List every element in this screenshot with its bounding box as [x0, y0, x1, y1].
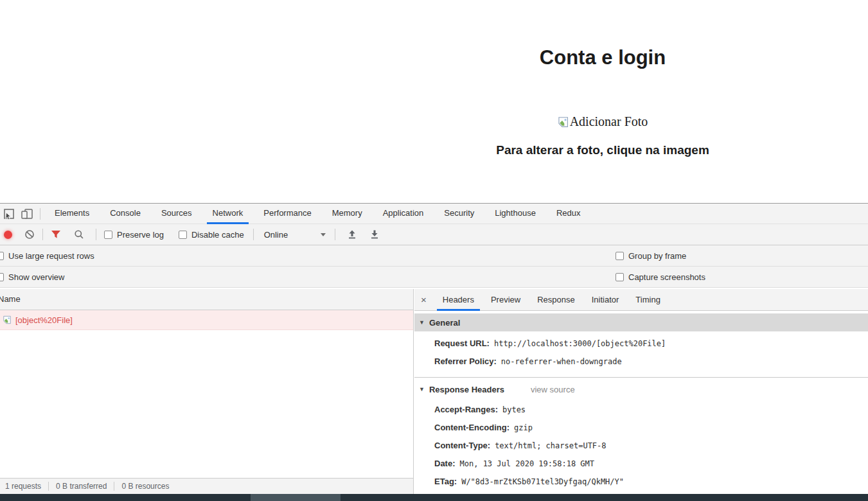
header-row: Accept-Ranges:bytes: [414, 401, 868, 419]
requests-count: 1 requests: [5, 482, 41, 491]
export-har-icon[interactable]: [366, 226, 384, 243]
broken-image-icon: [3, 315, 12, 324]
resources-size: 0 B resources: [121, 482, 169, 491]
network-toolbar: Preserve log Disable cache Online: [0, 224, 868, 245]
divider: [48, 482, 49, 491]
clear-icon[interactable]: [21, 226, 39, 243]
requests-panel: Name [object%20File] 1 requests 0 B tran…: [0, 289, 414, 501]
disable-cache-label: Disable cache: [191, 230, 244, 240]
inspect-element-icon[interactable]: [0, 206, 18, 222]
general-section-body: Request URL:http://localhost:3000/[objec…: [414, 331, 868, 376]
divider: [96, 229, 96, 240]
divider: [335, 229, 335, 240]
tab-redux[interactable]: Redux: [546, 204, 591, 224]
transferred-size: 0 B transferred: [56, 482, 107, 491]
add-photo-broken-image[interactable]: Adicionar Foto: [558, 114, 648, 129]
throttling-dropdown[interactable]: Online: [264, 230, 326, 240]
photo-caption: Para alterar a foto, clique na imagem: [496, 143, 709, 157]
response-headers-section-header[interactable]: ▼ Response Headers view source: [414, 380, 868, 399]
divider: [414, 377, 868, 378]
group-by-frame-checkbox[interactable]: [616, 252, 624, 260]
header-row: Date:Mon, 13 Jul 2020 19:58:18 GMT: [414, 455, 868, 473]
tab-performance[interactable]: Performance: [253, 204, 321, 224]
tab-elements[interactable]: Elements: [44, 204, 100, 224]
devtools-tabbar: Elements Console Sources Network Perform…: [0, 204, 868, 224]
details-tabbar: × Headers Preview Response Initiator Tim…: [414, 289, 868, 311]
use-large-request-rows-label: Use large request rows: [8, 251, 94, 261]
tab-lighthouse[interactable]: Lighthouse: [484, 204, 546, 224]
devtools-panel: Elements Console Sources Network Perform…: [0, 203, 868, 501]
throttling-value: Online: [264, 230, 288, 240]
group-by-frame-label: Group by frame: [628, 251, 686, 261]
scrollbar-thumb[interactable]: [251, 494, 341, 501]
device-toolbar-icon[interactable]: [18, 206, 36, 222]
divider: [114, 482, 114, 491]
tab-memory[interactable]: Memory: [322, 204, 373, 224]
header-row: Content-Type:text/html; charset=UTF-8: [414, 437, 868, 455]
header-row: Request URL:http://localhost:3000/[objec…: [414, 335, 868, 353]
tab-headers[interactable]: Headers: [434, 289, 483, 310]
record-icon[interactable]: [4, 231, 12, 239]
request-row[interactable]: [object%20File]: [0, 310, 413, 330]
header-row: Content-Encoding:gzip: [414, 419, 868, 437]
network-main-area: Name [object%20File] 1 requests 0 B tran…: [0, 289, 868, 501]
close-icon[interactable]: ×: [414, 294, 434, 305]
request-name: [object%20File]: [15, 315, 73, 325]
triangle-down-icon: ▼: [419, 386, 425, 392]
general-section-header[interactable]: ▼ General: [414, 313, 868, 331]
view-source-link[interactable]: view source: [531, 385, 575, 394]
tab-response[interactable]: Response: [529, 289, 583, 310]
header-row: ETag:W/"8d3-mrZtKSb071tel3Dyfgaq/QkMH/Y": [414, 473, 868, 491]
response-headers-section-body: Accept-Ranges:bytes Content-Encoding:gzi…: [414, 399, 868, 501]
triangle-down-icon: ▼: [419, 319, 425, 326]
preserve-log-checkbox[interactable]: [104, 231, 112, 239]
preserve-log-label: Preserve log: [117, 230, 164, 240]
broken-image-icon: [558, 116, 569, 128]
tab-console[interactable]: Console: [100, 204, 151, 224]
tab-sources[interactable]: Sources: [151, 204, 202, 224]
tab-security[interactable]: Security: [434, 204, 484, 224]
tab-timing[interactable]: Timing: [627, 289, 669, 310]
chevron-down-icon: [321, 233, 326, 236]
capture-screenshots-checkbox[interactable]: [616, 273, 624, 281]
divider: [253, 229, 254, 240]
search-icon[interactable]: [70, 226, 88, 243]
show-overview-label: Show overview: [8, 272, 64, 282]
header-row: Referrer Policy:no-referrer-when-downgra…: [414, 353, 868, 371]
network-options-row-1: Use large request rows Group by frame: [0, 245, 868, 267]
divider: [40, 208, 40, 220]
network-options-row-2: Show overview Capture screenshots: [0, 267, 868, 288]
show-overview-checkbox[interactable]: [0, 273, 4, 281]
tab-initiator[interactable]: Initiator: [583, 289, 628, 310]
tab-network[interactable]: Network: [202, 204, 254, 224]
photo-alt-text: Adicionar Foto: [570, 114, 648, 129]
import-har-icon[interactable]: [343, 226, 361, 243]
page-title: Conta e login: [540, 46, 666, 69]
tab-preview[interactable]: Preview: [483, 289, 529, 310]
divider: [42, 229, 43, 240]
network-summary-bar: 1 requests 0 B transferred 0 B resources: [0, 478, 413, 494]
capture-screenshots-label: Capture screenshots: [628, 272, 705, 282]
bottom-scrollbar[interactable]: [0, 494, 868, 501]
tab-application[interactable]: Application: [373, 204, 434, 224]
name-column-header[interactable]: Name: [0, 289, 413, 310]
use-large-request-rows-checkbox[interactable]: [0, 252, 4, 260]
disable-cache-checkbox[interactable]: [179, 231, 187, 239]
request-details-panel: × Headers Preview Response Initiator Tim…: [414, 289, 868, 501]
filter-icon[interactable]: [47, 226, 65, 243]
